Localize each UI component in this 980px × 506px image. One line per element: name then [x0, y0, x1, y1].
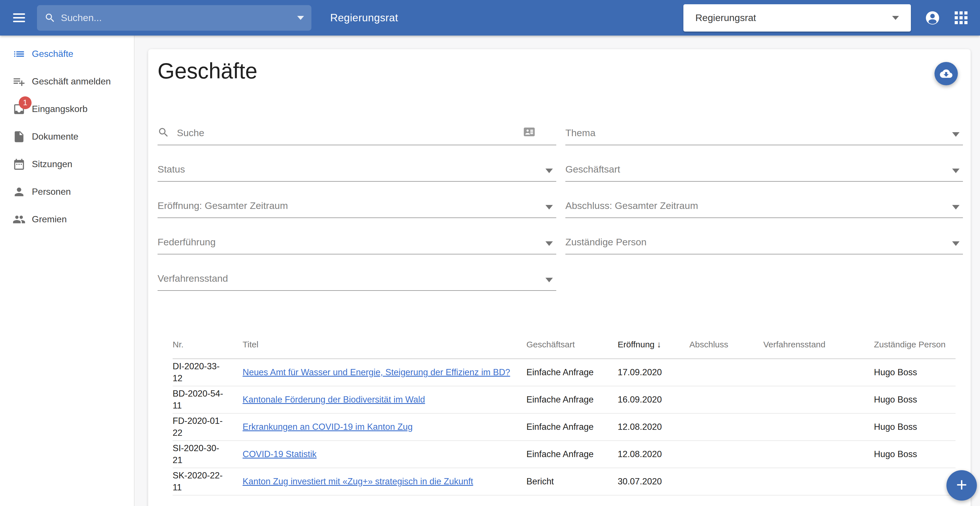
cell-zustaendige_person: Hugo Boss	[874, 366, 956, 378]
unread-badge: 1	[19, 96, 32, 109]
chevron-down-icon	[546, 241, 553, 246]
geschaeft-link[interactable]: Neues Amt für Wasser und Energie, Steige…	[243, 367, 510, 377]
geschaeft-link[interactable]: Kanton Zug investiert mit «Zug+» strateg…	[243, 476, 473, 486]
column-header-verfahrensstand[interactable]: Verfahrensstand	[763, 340, 874, 349]
table-row: SK-2020-22-11Kanton Zug investiert mit «…	[173, 468, 956, 495]
table-row: SI-2020-30-21COVID-19 StatistikEinfache …	[173, 441, 956, 468]
chevron-down-icon	[952, 168, 959, 173]
plus-icon: +	[956, 475, 967, 494]
chevron-down-icon	[546, 205, 553, 209]
workspace-selector[interactable]: Regierungsrat	[683, 4, 911, 32]
filter-abschluss[interactable]: Abschluss: Gesamter Zeitraum	[565, 182, 963, 218]
table-row: DI-2020-33-12Neues Amt für Wasser und En…	[173, 359, 956, 386]
global-search-field[interactable]	[37, 5, 312, 31]
account-icon[interactable]	[924, 10, 940, 26]
search-icon	[158, 127, 170, 138]
geschaeft-link[interactable]: COVID-19 Statistik	[243, 449, 317, 459]
sidebar-item-sitzungen[interactable]: Sitzungen	[0, 151, 134, 178]
filter-label: Verfahrensstand	[158, 273, 228, 284]
sidebar-item-gremien[interactable]: Gremien	[0, 206, 134, 233]
sidebar-item-label: Eingangskorb	[32, 104, 88, 114]
sidebar-item-geschaeft-anmelden[interactable]: Geschäft anmelden	[0, 68, 134, 95]
geschaefte-card: Geschäfte SucheThemaStatusGeschäftsartEr…	[148, 49, 970, 506]
list-icon	[13, 48, 25, 60]
geschaefte-table: Nr.TitelGeschäftsartEröffnung↓AbschlussV…	[173, 331, 956, 495]
playlist-add-icon	[13, 75, 25, 88]
app-title: Regierungsrat	[330, 12, 398, 24]
filter-geschaeftsart[interactable]: Geschäftsart	[565, 145, 963, 182]
column-header-nr[interactable]: Nr.	[173, 340, 243, 349]
cell-geschaeftsart: Bericht	[527, 476, 618, 487]
cell-titel: Kanton Zug investiert mit «Zug+» strateg…	[243, 476, 527, 487]
geschaeft-link[interactable]: Kantonale Förderung der Biodiversität im…	[243, 395, 425, 404]
column-header-abschluss[interactable]: Abschluss	[689, 340, 763, 349]
column-label: Geschäftsart	[527, 340, 575, 349]
column-header-geschaeftsart[interactable]: Geschäftsart	[527, 340, 618, 349]
sidebar-item-personen[interactable]: Personen	[0, 178, 134, 206]
cell-geschaeftsart: Einfache Anfrage	[527, 366, 618, 378]
sidebar-item-dokumente[interactable]: Dokumente	[0, 123, 134, 151]
apps-grid-icon[interactable]	[955, 11, 967, 24]
sidebar-item-label: Personen	[32, 187, 71, 197]
person-icon	[13, 186, 25, 198]
filter-label: Status	[158, 164, 185, 175]
geschaeft-link[interactable]: Erkrankungen an COVID-19 im Kanton Zug	[243, 422, 413, 432]
filter-status[interactable]: Status	[158, 145, 556, 182]
chevron-down-icon[interactable]	[297, 16, 304, 20]
filter-federfuehrung[interactable]: Federführung	[158, 218, 556, 254]
menu-icon[interactable]	[13, 13, 25, 22]
filter-zustaendige-person[interactable]: Zuständige Person	[565, 218, 963, 254]
search-icon	[45, 12, 56, 24]
cell-eroeffnung: 16.09.2020	[618, 394, 689, 406]
cell-nr: BD-2020-54-11	[173, 388, 243, 412]
column-header-zustaendige_person[interactable]: Zuständige Person	[874, 340, 956, 349]
filter-label: Thema	[565, 127, 595, 138]
column-label: Verfahrensstand	[763, 340, 825, 349]
chevron-down-icon	[546, 278, 553, 282]
filter-thema[interactable]: Thema	[565, 109, 963, 145]
filter-verfahrensstand[interactable]: Verfahrensstand	[158, 254, 556, 291]
cell-geschaeftsart: Einfache Anfrage	[527, 448, 618, 460]
topbar: Regierungsrat Regierungsrat	[0, 0, 980, 35]
sidebar-item-eingangskorb[interactable]: 1Eingangskorb	[0, 95, 134, 123]
cell-eroeffnung: 17.09.2020	[618, 366, 689, 378]
column-header-eroeffnung[interactable]: Eröffnung↓	[618, 339, 689, 350]
column-header-titel[interactable]: Titel	[243, 340, 527, 349]
filter-label: Eröffnung: Gesamter Zeitraum	[158, 200, 288, 211]
filter-label: Geschäftsart	[565, 164, 620, 175]
download-fab[interactable]	[934, 62, 958, 85]
chevron-down-icon	[952, 205, 959, 209]
filter-label: Zuständige Person	[565, 236, 646, 247]
cell-titel: Neues Amt für Wasser und Energie, Steige…	[243, 366, 527, 378]
sidebar-item-label: Dokumente	[32, 131, 78, 142]
sidebar-item-label: Geschäfte	[32, 49, 73, 59]
chevron-down-icon	[892, 16, 899, 20]
add-geschaeft-fab[interactable]: +	[947, 470, 977, 501]
document-icon	[13, 130, 25, 143]
filter-eroeffnung[interactable]: Eröffnung: Gesamter Zeitraum	[158, 182, 556, 218]
cell-titel: Kantonale Förderung der Biodiversität im…	[243, 394, 527, 406]
table-header-row: Nr.TitelGeschäftsartEröffnung↓AbschlussV…	[173, 331, 956, 359]
cell-zustaendige_person: Hugo Boss	[874, 394, 956, 406]
sidebar: GeschäfteGeschäft anmelden1EingangskorbD…	[0, 35, 135, 506]
column-label: Nr.	[173, 340, 183, 349]
table-row: FD-2020-01-22Erkrankungen an COVID-19 im…	[173, 414, 956, 441]
contact-card-icon[interactable]	[523, 125, 536, 138]
inbox-icon: 1	[13, 103, 25, 116]
sidebar-item-geschaefte[interactable]: Geschäfte	[0, 40, 134, 68]
sort-desc-icon: ↓	[657, 339, 662, 349]
cell-nr: SK-2020-22-11	[173, 470, 243, 493]
global-search-input[interactable]	[60, 12, 297, 24]
cell-eroeffnung: 30.07.2020	[618, 476, 689, 487]
filter-label: Abschluss: Gesamter Zeitraum	[565, 200, 698, 211]
filter-suche[interactable]: Suche	[158, 109, 556, 145]
chevron-down-icon	[952, 241, 959, 246]
cell-zustaendige_person: Hugo Boss	[874, 448, 956, 460]
calendar-icon	[13, 158, 25, 171]
chevron-down-icon	[952, 132, 959, 137]
cell-titel: Erkrankungen an COVID-19 im Kanton Zug	[243, 421, 527, 433]
cell-nr: SI-2020-30-21	[173, 443, 243, 466]
table-row: BD-2020-54-11Kantonale Förderung der Bio…	[173, 386, 956, 414]
column-label: Zuständige Person	[874, 340, 946, 349]
filter-panel: SucheThemaStatusGeschäftsartEröffnung: G…	[158, 109, 963, 291]
